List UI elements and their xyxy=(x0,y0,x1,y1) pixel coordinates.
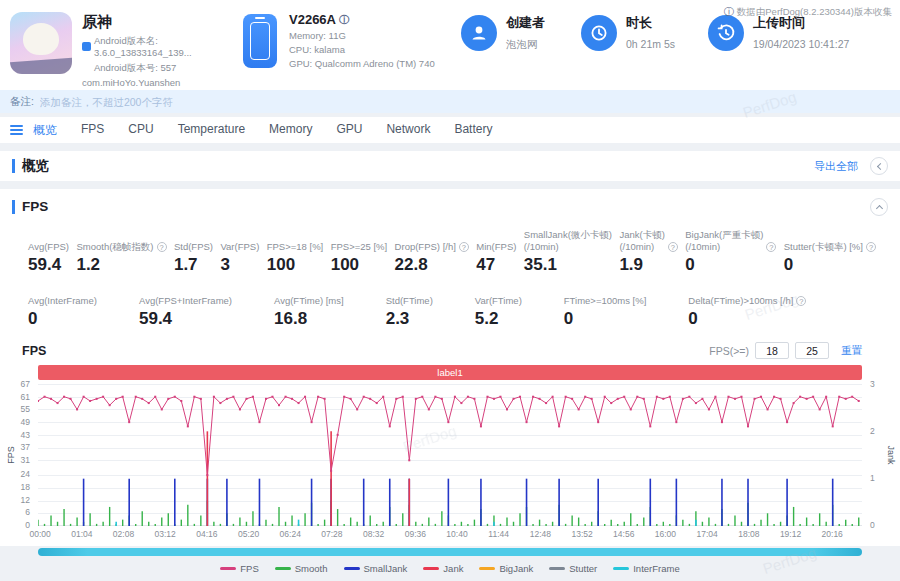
x-axis-tick: 17:04 xyxy=(697,529,718,539)
chart-header: FPS FPS(>=) 重置 xyxy=(0,329,900,365)
x-axis-tick: 11:44 xyxy=(488,529,509,539)
legend-item-fps[interactable]: FPS xyxy=(220,563,258,574)
creator-avatar-icon xyxy=(461,15,497,51)
x-axis-tick: 01:04 xyxy=(71,529,92,539)
reset-button[interactable]: 重置 xyxy=(841,344,862,358)
metric-label: BigJank(严重卡顿) (/10min)? xyxy=(685,229,776,252)
fps-threshold-min-input[interactable] xyxy=(755,342,789,359)
metric: Std(FTime)2.3 xyxy=(386,283,433,329)
phone-icon xyxy=(243,14,277,68)
help-icon[interactable]: ? xyxy=(157,242,167,252)
legend-item-stutter[interactable]: Stutter xyxy=(549,563,597,574)
fps-threshold-max-input[interactable] xyxy=(795,342,829,359)
menu-list-icon xyxy=(10,125,23,136)
remark-input[interactable] xyxy=(40,96,890,108)
y-axis-tick: 61 xyxy=(21,392,30,402)
legend-marker xyxy=(549,567,565,570)
export-all-link[interactable]: 导出全部 xyxy=(814,159,858,174)
metric-value: 35.1 xyxy=(524,255,612,275)
help-icon[interactable]: ? xyxy=(796,296,806,306)
metric: FPS>=18 [%]100 xyxy=(267,229,324,275)
metric: Smooth(稳帧指数)?1.2 xyxy=(76,229,166,275)
legend-item-jank[interactable]: Jank xyxy=(423,563,463,574)
metric-label: Min(FPS) xyxy=(476,229,516,252)
chevron-up-icon xyxy=(875,204,882,211)
tab-temperature[interactable]: Temperature xyxy=(178,122,245,139)
metric-label: Avg(InterFrame) xyxy=(28,283,97,306)
collector-note-text: 数据由PerfDog(8.2.230344)版本收集 xyxy=(737,6,892,19)
fps-metrics-row1: Avg(FPS)59.4Smooth(稳帧指数)?1.2Std(FPS)1.7V… xyxy=(0,216,900,275)
metric: Avg(FTime) [ms]16.8 xyxy=(274,283,344,329)
tab-cpu[interactable]: CPU xyxy=(128,122,153,139)
help-icon[interactable]: ? xyxy=(866,242,876,252)
metric-value: 22.8 xyxy=(395,255,469,275)
y-axis-tick: 67 xyxy=(21,379,30,389)
x-axis-tick: 16:00 xyxy=(655,529,676,539)
fps-chart: 0612182431374349556167 0123 FPS Jank xyxy=(38,384,862,526)
app-icon xyxy=(10,12,72,74)
legend-label: InterFrame xyxy=(633,563,679,574)
device-info-icon[interactable]: ⓘ xyxy=(339,13,349,27)
chart-scrollbar[interactable] xyxy=(38,548,862,556)
legend-marker xyxy=(423,567,439,570)
legend-label: Jank xyxy=(443,563,463,574)
metric: Avg(InterFrame)0 xyxy=(28,283,97,329)
tab-fps[interactable]: FPS xyxy=(81,122,104,139)
x-axis-tick: 13:52 xyxy=(571,529,592,539)
fps-section-title: FPS xyxy=(12,200,48,214)
help-icon[interactable]: ? xyxy=(459,242,469,252)
metric-value: 47 xyxy=(476,255,516,275)
metric-label: Var(FPS) xyxy=(220,229,259,252)
tab-battery[interactable]: Battery xyxy=(454,122,492,139)
metric-value: 1.7 xyxy=(174,255,213,275)
legend-marker xyxy=(479,567,495,570)
metric-label: Smooth(稳帧指数)? xyxy=(76,229,166,252)
help-icon[interactable]: ? xyxy=(766,242,776,252)
metric: Jank(卡顿) (/10min)?1.9 xyxy=(619,229,677,275)
metric: SmallJank(微小卡顿) (/10min)35.1 xyxy=(524,229,612,275)
legend-item-bigjank[interactable]: BigJank xyxy=(479,563,533,574)
chart-legend: FPSSmoothSmallJankJankBigJankStutterInte… xyxy=(0,563,900,574)
chevron-left-icon xyxy=(876,162,883,169)
metric: Delta(FTime)>100ms [/h]?0 xyxy=(688,283,806,329)
y-axis-tick: 24 xyxy=(21,469,30,479)
remark-label: 备注: xyxy=(10,95,34,109)
fps-chart-canvas[interactable] xyxy=(38,384,862,526)
collapse-fps-button[interactable] xyxy=(870,198,888,216)
legend-marker xyxy=(275,567,291,570)
duration-label: 时长 xyxy=(626,14,675,32)
overview-title: 概览 xyxy=(12,159,49,173)
metric-value: 1.9 xyxy=(619,255,677,275)
metric-value: 100 xyxy=(267,255,324,275)
overview-section-header: 概览 导出全部 xyxy=(0,151,900,181)
metric-label: FPS>=18 [%] xyxy=(267,229,324,252)
info-icon: ⓘ xyxy=(724,5,734,19)
android-badge-icon xyxy=(82,42,91,51)
app-version-name: Android版本名: 3.6.0_13833164_139... xyxy=(94,35,243,59)
app-version-code: Android版本号: 557 xyxy=(82,62,243,74)
app-package: com.miHoYo.Yuanshen xyxy=(82,77,243,89)
legend-item-smalljank[interactable]: SmallJank xyxy=(344,563,408,574)
metric-value: 59.4 xyxy=(139,309,232,329)
metric-value: 16.8 xyxy=(274,309,344,329)
x-axis-tick: 07:28 xyxy=(321,529,342,539)
legend-marker xyxy=(344,567,360,570)
help-icon[interactable]: ? xyxy=(668,242,678,252)
x-axis-tick: 12:48 xyxy=(530,529,551,539)
collapse-overview-button[interactable] xyxy=(870,157,888,175)
upload-value: 19/04/2023 10:41:27 xyxy=(753,38,849,50)
tab-network[interactable]: Network xyxy=(386,122,430,139)
remark-bar: 备注: xyxy=(0,90,900,113)
legend-label: FPS xyxy=(240,563,258,574)
tab-overview[interactable]: 概览 xyxy=(33,122,57,139)
device-model: V2266A xyxy=(289,12,336,27)
x-axis-tick: 09:36 xyxy=(405,529,426,539)
fps-metrics-row2: Avg(InterFrame)0Avg(FPS+InterFrame)59.4A… xyxy=(0,275,900,329)
tab-gpu[interactable]: GPU xyxy=(336,122,362,139)
creator-name: 泡泡网 xyxy=(506,38,545,52)
legend-item-interframe[interactable]: InterFrame xyxy=(613,563,679,574)
tab-memory[interactable]: Memory xyxy=(269,122,312,139)
metric: Drop(FPS) [/h]?22.8 xyxy=(395,229,469,275)
legend-item-smooth[interactable]: Smooth xyxy=(275,563,328,574)
metric-label: Avg(FPS) xyxy=(28,229,69,252)
